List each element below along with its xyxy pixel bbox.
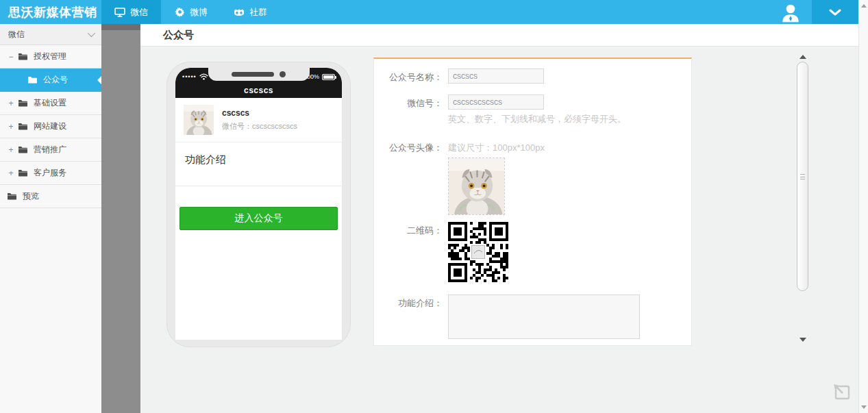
folder-icon <box>18 168 28 177</box>
expand-toggle[interactable]: + <box>7 168 15 178</box>
form-row-avatar: 公众号头像： 建议尺寸：100px*100px <box>374 139 691 215</box>
account-name: cscscs <box>222 108 297 118</box>
battery-icon <box>322 74 335 80</box>
wechat-id-input[interactable] <box>448 95 544 110</box>
qrcode-image <box>448 222 508 282</box>
page-title: 公众号 <box>163 29 194 42</box>
sidebar: 微信 − 授权管理 公众号 + 基础设置 + 网站建设 + 营销推广 + 客户服… <box>0 24 101 413</box>
browser-scrollbar[interactable] <box>858 0 868 413</box>
account-profile: cscscs 微信号：cscscscscscs <box>175 98 342 142</box>
signal-dots: ••••• <box>182 73 197 80</box>
sidebar-item-label: 基础设置 <box>34 97 66 109</box>
phone-notch <box>208 68 310 81</box>
sidebar-item-label: 公众号 <box>43 74 68 86</box>
user-menu-toggle[interactable] <box>812 0 858 24</box>
nav-tab-label: 社群 <box>249 6 267 18</box>
chevron-down-icon <box>88 29 95 37</box>
folder-icon <box>18 122 28 131</box>
sidebar-header-label: 微信 <box>8 29 25 40</box>
account-wechat-id: 微信号：cscscscscscs <box>222 121 297 132</box>
top-navbar: 思沃新媒体营销 微信 微博 社群 <box>0 0 858 24</box>
nav-tab-wechat[interactable]: 微信 <box>101 0 161 24</box>
camera-dot <box>280 71 286 77</box>
sidebar-item-marketing-promotion[interactable]: + 营销推广 <box>0 138 101 162</box>
scroll-down-arrow[interactable] <box>861 405 867 409</box>
speaker-pill <box>232 72 274 77</box>
intro-label: 功能介绍： <box>374 295 443 342</box>
nav-tab-label: 微博 <box>190 6 208 18</box>
nav-tab-weibo[interactable]: 微博 <box>161 0 221 24</box>
intro-textarea[interactable] <box>448 295 640 339</box>
avatar-image[interactable] <box>448 158 505 215</box>
wechat-id-hint: 英文、数字、下划线和减号，必须字母开头。 <box>448 113 691 125</box>
name-label: 公众号名称： <box>374 68 443 84</box>
sidebar-item-auth-management[interactable]: − 授权管理 <box>0 45 101 68</box>
app-logo: 思沃新媒体营销 <box>0 0 101 24</box>
enter-account-button[interactable]: 进入公众号 <box>179 207 338 230</box>
folder-icon <box>27 75 38 84</box>
sidebar-item-label: 营销推广 <box>34 144 66 155</box>
scroll-up-arrow[interactable] <box>799 55 806 59</box>
function-intro-section: 功能介绍 <box>175 142 342 186</box>
form-row-intro: 功能介绍： <box>374 295 691 342</box>
folder-icon <box>18 99 28 108</box>
folder-icon <box>18 145 28 154</box>
sidebar-item-label: 授权管理 <box>34 51 66 62</box>
phone-header: ••••• 100% cscscs <box>175 68 342 98</box>
navbar-right <box>769 0 858 24</box>
expand-toggle[interactable]: + <box>7 145 15 155</box>
nav-tab-community[interactable]: 社群 <box>221 0 280 24</box>
scroll-down-arrow[interactable] <box>799 338 806 342</box>
monitor-icon <box>114 8 125 17</box>
form-row-wechat-id: 微信号： 英文、数字、下划线和减号，必须字母开头。 <box>374 95 691 125</box>
sidebar-item-website-building[interactable]: + 网站建设 <box>0 115 101 138</box>
phone-preview: ••••• 100% cscscs <box>166 62 351 347</box>
main-content: 公众号 ••••• 100% csc <box>140 24 858 413</box>
content-scrollbar[interactable] <box>795 55 811 347</box>
sidebar-header[interactable]: 微信 <box>0 24 101 45</box>
sidebar-item-label: 客户服务 <box>34 167 66 179</box>
collapse-toggle[interactable]: − <box>7 52 15 62</box>
expand-toggle[interactable]: + <box>7 122 15 132</box>
form-row-name: 公众号名称： <box>374 68 691 84</box>
account-avatar <box>184 105 214 135</box>
back-to-top-icon[interactable] <box>831 381 853 403</box>
sidebar-item-label: 预览 <box>23 190 39 202</box>
avatar-size-hint: 建议尺寸：100px*100px <box>448 139 691 154</box>
scrollbar-thumb[interactable] <box>797 62 808 291</box>
avatar-label: 公众号头像： <box>374 139 443 215</box>
phone-page-title: cscscs <box>175 86 342 98</box>
wechat-id-label: 微信号： <box>374 95 443 125</box>
scrollbar-grip <box>800 174 805 179</box>
qrcode-label: 二维码： <box>374 222 443 285</box>
form-row-qrcode: 二维码： <box>374 222 691 285</box>
account-form-panel: 公众号名称： 微信号： 英文、数字、下划线和减号，必须字母开头。 公众号头像： … <box>373 58 692 346</box>
sidebar-item-preview[interactable]: 预览 <box>0 185 101 208</box>
account-name-input[interactable] <box>448 68 544 84</box>
user-avatar-icon[interactable] <box>769 0 812 24</box>
page-title-bar: 公众号 <box>140 24 858 47</box>
sidebar-item-official-account[interactable]: 公众号 <box>0 68 101 92</box>
sidebar-item-label: 网站建设 <box>34 121 66 132</box>
nav-tab-label: 微信 <box>130 6 148 18</box>
sidebar-item-customer-service[interactable]: + 客户服务 <box>0 162 101 185</box>
folder-icon <box>7 192 17 201</box>
phone-screen: ••••• 100% cscscs <box>175 68 342 340</box>
sidebar-item-basic-settings[interactable]: + 基础设置 <box>0 92 101 115</box>
folder-icon <box>18 52 28 61</box>
mask-icon <box>234 8 245 17</box>
scroll-up-arrow[interactable] <box>861 4 867 8</box>
wifi-icon <box>199 73 208 80</box>
nav-tabs: 微信 微博 社群 <box>101 0 280 24</box>
gear-icon <box>174 8 185 17</box>
chevron-down-icon <box>829 9 841 16</box>
expand-toggle[interactable]: + <box>7 99 15 108</box>
sidebar-gutter <box>101 24 140 413</box>
